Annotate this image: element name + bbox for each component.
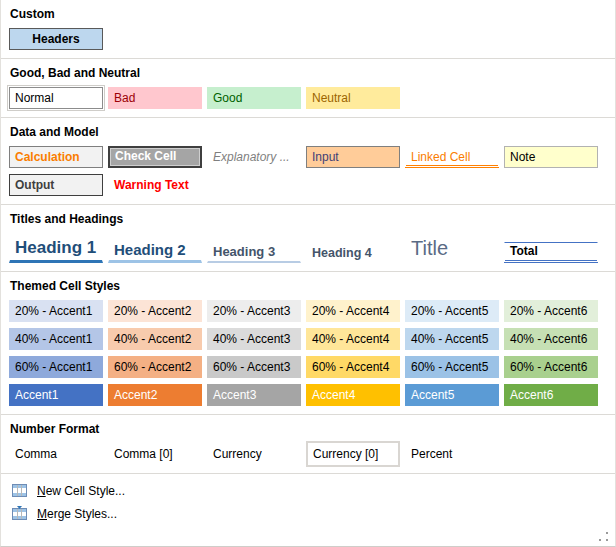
section-title: Good, Bad and Neutral	[1, 66, 615, 87]
style-input[interactable]: Input	[306, 146, 400, 168]
style-60-accent1[interactable]: 60% - Accent1	[9, 356, 103, 378]
style-comma[interactable]: Comma	[9, 443, 103, 465]
new-cell-style-icon	[11, 483, 28, 498]
merge-styles-menu-item[interactable]: Merge Styles...	[1, 502, 615, 525]
section-title: Number Format	[1, 422, 615, 443]
style-row: CommaComma [0]CurrencyCurrency [0]Percen…	[1, 443, 615, 465]
style-row: OutputWarning Text	[1, 174, 615, 196]
style-neutral[interactable]: Neutral	[306, 87, 400, 109]
style-20-accent3[interactable]: 20% - Accent3	[207, 300, 301, 322]
style-good[interactable]: Good	[207, 87, 301, 109]
section-number-format: Number FormatCommaComma [0]CurrencyCurre…	[1, 415, 615, 474]
style-check-cell[interactable]: Check Cell	[108, 146, 202, 168]
style-20-accent6[interactable]: 20% - Accent6	[504, 300, 598, 322]
style-accent3[interactable]: Accent3	[207, 384, 301, 406]
cell-styles-gallery: CustomHeadersGood, Bad and NeutralNormal…	[0, 0, 616, 547]
merge-styles-label: Merge Styles...	[37, 507, 117, 521]
style-60-accent6[interactable]: 60% - Accent6	[504, 356, 598, 378]
style-comma-0[interactable]: Comma [0]	[108, 443, 202, 465]
style-title[interactable]: Title	[405, 236, 499, 263]
style-40-accent1[interactable]: 40% - Accent1	[9, 328, 103, 350]
style-accent1[interactable]: Accent1	[9, 384, 103, 406]
style-accent6[interactable]: Accent6	[504, 384, 598, 406]
style-percent[interactable]: Percent	[405, 443, 499, 465]
style-row: 60% - Accent160% - Accent260% - Accent36…	[1, 356, 615, 378]
section-data-and-model: Data and ModelCalculationCheck CellExpla…	[1, 118, 615, 205]
style-row: 20% - Accent120% - Accent220% - Accent32…	[1, 300, 615, 322]
style-normal[interactable]: Normal	[9, 87, 103, 109]
style-currency[interactable]: Currency	[207, 443, 301, 465]
new-cell-style-menu-item[interactable]: New Cell Style...	[1, 479, 615, 502]
style-accent5[interactable]: Accent5	[405, 384, 499, 406]
section-themed-cell-styles: Themed Cell Styles20% - Accent120% - Acc…	[1, 272, 615, 415]
style-currency-0[interactable]: Currency [0]	[306, 441, 400, 467]
style-output[interactable]: Output	[9, 174, 103, 196]
style-40-accent5[interactable]: 40% - Accent5	[405, 328, 499, 350]
style-40-accent4[interactable]: 40% - Accent4	[306, 328, 400, 350]
section-custom: CustomHeaders	[1, 0, 615, 59]
style-row: 40% - Accent140% - Accent240% - Accent34…	[1, 328, 615, 350]
style-60-accent4[interactable]: 60% - Accent4	[306, 356, 400, 378]
style-note[interactable]: Note	[504, 146, 598, 168]
section-title: Themed Cell Styles	[1, 279, 615, 300]
style-calculation[interactable]: Calculation	[9, 146, 103, 168]
style-40-accent3[interactable]: 40% - Accent3	[207, 328, 301, 350]
style-row: Accent1Accent2Accent3Accent4Accent5Accen…	[1, 384, 615, 406]
style-heading-1[interactable]: Heading 1	[9, 237, 103, 263]
section-good-bad-and-neutral: Good, Bad and NeutralNormalBadGoodNeutra…	[1, 59, 615, 118]
style-60-accent3[interactable]: 60% - Accent3	[207, 356, 301, 378]
style-bad[interactable]: Bad	[108, 87, 202, 109]
style-40-accent2[interactable]: 40% - Accent2	[108, 328, 202, 350]
style-20-accent1[interactable]: 20% - Accent1	[9, 300, 103, 322]
style-explanatory[interactable]: Explanatory ...	[207, 146, 301, 168]
style-accent2[interactable]: Accent2	[108, 384, 202, 406]
style-warning-text[interactable]: Warning Text	[108, 174, 202, 196]
section-title: Data and Model	[1, 125, 615, 146]
style-40-accent6[interactable]: 40% - Accent6	[504, 328, 598, 350]
style-row: Heading 1Heading 2Heading 3Heading 4Titl…	[1, 233, 615, 263]
style-20-accent4[interactable]: 20% - Accent4	[306, 300, 400, 322]
style-20-accent5[interactable]: 20% - Accent5	[405, 300, 499, 322]
style-row: NormalBadGoodNeutral	[1, 87, 615, 109]
section-title: Custom	[1, 7, 615, 28]
style-gallery-sections: CustomHeadersGood, Bad and NeutralNormal…	[1, 0, 615, 474]
style-row: CalculationCheck CellExplanatory ...Inpu…	[1, 146, 615, 168]
style-heading-3[interactable]: Heading 3	[207, 243, 301, 263]
section-titles-and-headings: Titles and HeadingsHeading 1Heading 2Hea…	[1, 205, 615, 272]
style-60-accent5[interactable]: 60% - Accent5	[405, 356, 499, 378]
section-title: Titles and Headings	[1, 212, 615, 233]
style-headers[interactable]: Headers	[9, 28, 103, 50]
style-total[interactable]: Total	[504, 242, 598, 263]
style-row: Headers	[1, 28, 615, 50]
style-heading-4[interactable]: Heading 4	[306, 245, 400, 263]
style-heading-2[interactable]: Heading 2	[108, 240, 202, 263]
resize-grip[interactable]	[599, 532, 608, 541]
gallery-footer: New Cell Style... Merge Styles...	[1, 474, 615, 529]
merge-styles-icon	[11, 506, 28, 521]
new-cell-style-label: New Cell Style...	[37, 484, 125, 498]
style-20-accent2[interactable]: 20% - Accent2	[108, 300, 202, 322]
style-60-accent2[interactable]: 60% - Accent2	[108, 356, 202, 378]
style-accent4[interactable]: Accent4	[306, 384, 400, 406]
style-linked-cell[interactable]: Linked Cell	[405, 146, 499, 168]
